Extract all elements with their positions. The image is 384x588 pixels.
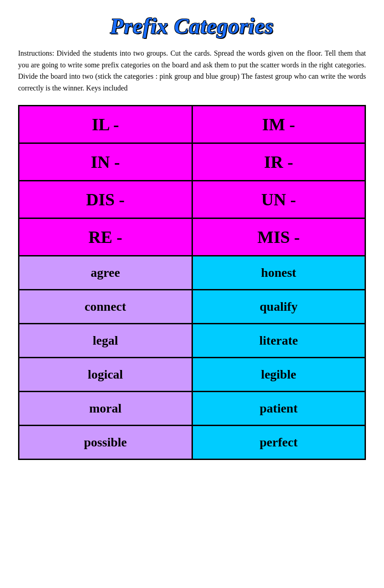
word-left-cell: possible [19, 426, 192, 460]
prefix-row: DIS -UN - [19, 181, 365, 218]
word-left-cell: moral [19, 392, 192, 426]
word-right-cell: honest [192, 256, 365, 290]
prefix-right-cell: UN - [192, 181, 365, 218]
prefix-right-cell: IM - [192, 106, 365, 143]
prefix-right-cell: IR - [192, 143, 365, 181]
prefix-left-cell: IL - [19, 106, 192, 143]
prefix-left-cell: DIS - [19, 181, 192, 218]
prefix-left-cell: IN - [19, 143, 192, 181]
prefix-right-cell: MIS - [192, 218, 365, 256]
word-left-cell: legal [19, 324, 192, 358]
word-right-cell: legible [192, 358, 365, 392]
prefix-left-cell: RE - [19, 218, 192, 256]
prefix-row: RE -MIS - [19, 218, 365, 256]
word-row: agreehonest [19, 256, 365, 290]
word-row: possibleperfect [19, 426, 365, 460]
word-row: legalliterate [19, 324, 365, 358]
prefix-row: IL -IM - [19, 106, 365, 143]
word-right-cell: patient [192, 392, 365, 426]
word-left-cell: connect [19, 290, 192, 324]
word-right-cell: literate [192, 324, 365, 358]
prefix-row: IN -IR - [19, 143, 365, 181]
word-row: logicallegible [19, 358, 365, 392]
instructions-text: Instructions: Divided the students into … [18, 47, 366, 94]
prefix-table: IL -IM -IN -IR -DIS -UN -RE -MIS -agreeh… [18, 105, 366, 460]
word-row: moralpatient [19, 392, 365, 426]
page-title: Prefix Categories [110, 14, 274, 38]
word-row: connectqualify [19, 290, 365, 324]
word-left-cell: logical [19, 358, 192, 392]
word-right-cell: perfect [192, 426, 365, 460]
word-right-cell: qualify [192, 290, 365, 324]
word-left-cell: agree [19, 256, 192, 290]
